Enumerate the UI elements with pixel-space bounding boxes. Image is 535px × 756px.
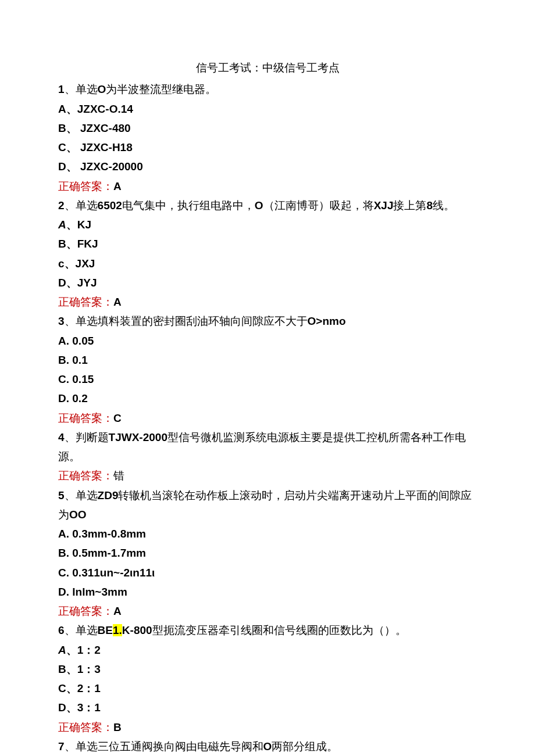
q1-c-pre: C、 bbox=[58, 141, 80, 153]
q2-c-val: JXJ bbox=[76, 257, 95, 270]
q1-type: 、单选 bbox=[65, 83, 98, 95]
q2-ans-value: A bbox=[113, 296, 122, 308]
q4-num: 4 bbox=[58, 431, 65, 443]
q2-b-val: FKJ bbox=[77, 238, 98, 250]
q6-ans-value: B bbox=[113, 721, 122, 733]
q1-a-val: JZXC-O.14 bbox=[77, 103, 133, 115]
q5-a-pre: A. bbox=[58, 528, 72, 540]
q3-ans-value: C bbox=[113, 412, 122, 424]
q3-b1: O>nmo bbox=[308, 315, 346, 327]
q2-p4: 接上第 bbox=[393, 199, 426, 212]
q5-p2: 转辙机当滚轮在动作板上滚动时，启动片尖端离开速动片上平面的间隙应为 bbox=[58, 489, 472, 521]
q4-answer: 正确答案：错 bbox=[58, 466, 477, 485]
q3-num: 3 bbox=[58, 315, 65, 327]
q2-option-b: B、FKJ bbox=[58, 234, 477, 253]
q6-option-a: A、1：2 bbox=[58, 640, 477, 660]
q5-b-val: 0.5mm-1.7mm bbox=[72, 547, 146, 559]
q5-a-val: 0.3mm-0.8mm bbox=[72, 528, 146, 540]
q6-p2: 型扼流变压器牵引线圈和信号线圈的匝数比为（）。 bbox=[152, 624, 406, 636]
q1-ans-value: A bbox=[113, 180, 122, 192]
q2-num: 2 bbox=[58, 199, 65, 212]
q2-option-d: D、JYJ bbox=[58, 273, 477, 292]
q3-a-pre: A. bbox=[58, 335, 72, 347]
q2-b3: XJJ bbox=[374, 199, 394, 212]
q5-option-b: B. 0.5mm-1.7mm bbox=[58, 543, 477, 562]
q2-answer: 正确答案：A bbox=[58, 292, 477, 311]
q4-ans-label: 正确答案： bbox=[58, 470, 113, 482]
q6-option-d: D、3：1 bbox=[58, 698, 477, 717]
q6-stem: 6、单选BE1.K-800型扼流变压器牵引线圈和信号线圈的匝数比为（）。 bbox=[58, 621, 477, 640]
q6-answer: 正确答案：B bbox=[58, 718, 477, 737]
q5-option-a: A. 0.3mm-0.8mm bbox=[58, 524, 477, 543]
q5-c-pre: C. bbox=[58, 567, 72, 579]
q5-d-val: lnlm~3mm bbox=[72, 586, 127, 598]
q5-stem: 5、单选ZD9转辙机当滚轮在动作板上滚动时，启动片尖端离开速动片上平面的间隙应为… bbox=[58, 486, 477, 525]
q6-ans-label: 正确答案： bbox=[58, 721, 113, 733]
q1-b-pre: B、 bbox=[58, 122, 80, 134]
q2-b4: 8 bbox=[426, 199, 433, 212]
q2-a-pre: 、 bbox=[66, 218, 77, 231]
q5-b2: OO bbox=[69, 508, 87, 521]
q7-stem: 7、单选三位五通阀换向阀由电磁先导阀和O两部分组成。 bbox=[58, 737, 477, 756]
q2-a-pre-i: A bbox=[58, 218, 66, 231]
q1-answer: 正确答案：A bbox=[58, 177, 477, 196]
q4-b1: TJWX-2000 bbox=[109, 431, 167, 443]
q2-ans-label: 正确答案： bbox=[58, 296, 113, 308]
q1-option-b: B、 JZXC-480 bbox=[58, 119, 477, 138]
q3-b-val: 0.1 bbox=[72, 354, 87, 366]
q1-d-val: JZXC-20000 bbox=[80, 160, 143, 173]
q1-c-val: JZXC-H18 bbox=[80, 141, 133, 153]
q4-ans-value: 错 bbox=[113, 470, 124, 482]
q4-stem: 4、判断题TJWX-2000型信号微机监测系统电源板主要是提供工控机所需各种工作… bbox=[58, 428, 477, 467]
q2-b2: O bbox=[255, 199, 263, 212]
q6-b1: BE bbox=[98, 624, 113, 636]
q2-p3: （江南博哥）吸起，将 bbox=[263, 199, 374, 212]
q6-a-val: 1：2 bbox=[77, 644, 101, 656]
q1-stem: 1、单选O为半波整流型继电器。 bbox=[58, 80, 477, 99]
q1-option-c: C、 JZXC-H18 bbox=[58, 138, 477, 157]
q4-p1: 、判断题 bbox=[65, 431, 109, 443]
q2-option-a: A、KJ bbox=[58, 215, 477, 234]
q3-c-val: 0.15 bbox=[72, 373, 94, 385]
q6-c-val: 2：1 bbox=[77, 682, 101, 694]
q1-option-d: D、 JZXC-20000 bbox=[58, 157, 477, 176]
q2-option-c: c、JXJ bbox=[58, 254, 477, 273]
q6-b2: K-800 bbox=[122, 624, 152, 636]
q3-d-pre: D. bbox=[58, 392, 72, 404]
q6-b-pre: B、 bbox=[58, 663, 77, 675]
q6-highlight: 1. bbox=[113, 624, 122, 636]
q7-num: 7 bbox=[58, 740, 65, 753]
q2-d-pre: D、 bbox=[58, 277, 77, 289]
q6-num: 6 bbox=[58, 624, 65, 636]
q3-stem: 3、单选填料装置的密封圈刮油环轴向间隙应不大于O>nmo bbox=[58, 311, 477, 331]
q3-answer: 正确答案：C bbox=[58, 409, 477, 428]
q3-option-b: B. 0.1 bbox=[58, 350, 477, 370]
q6-d-pre: D、 bbox=[58, 701, 77, 714]
q6-option-c: C、2：1 bbox=[58, 679, 477, 698]
q2-stem: 2、单选6502电气集中，执行组电路中，O（江南博哥）吸起，将XJJ接上第8线。 bbox=[58, 196, 477, 215]
q1-option-a: A、JZXC-O.14 bbox=[58, 99, 477, 119]
q2-b1: 6502 bbox=[98, 199, 122, 212]
document-page: 信号工考试：中级信号工考点 1、单选O为半波整流型继电器。 A、JZXC-O.1… bbox=[0, 0, 535, 756]
q5-ans-label: 正确答案： bbox=[58, 605, 113, 617]
q5-p1: 、单选 bbox=[65, 489, 98, 501]
q5-c-val: 0.311un~-2ιn11ι bbox=[72, 567, 155, 579]
q5-answer: 正确答案：A bbox=[58, 601, 477, 621]
q5-ans-value: A bbox=[113, 605, 122, 617]
q3-b-pre: B. bbox=[58, 354, 72, 366]
q5-option-d: D. lnlm~3mm bbox=[58, 582, 477, 601]
q2-p5: 线。 bbox=[433, 199, 455, 212]
q6-a-pre: 、 bbox=[66, 644, 77, 656]
q5-option-c: C. 0.311un~-2ιn11ι bbox=[58, 563, 477, 582]
q5-b-pre: B. bbox=[58, 547, 72, 559]
q6-p1: 、单选 bbox=[65, 624, 98, 636]
q3-option-d: D. 0.2 bbox=[58, 389, 477, 408]
q3-c-pre: C. bbox=[58, 373, 72, 385]
q3-ans-label: 正确答案： bbox=[58, 412, 113, 424]
q6-c-pre: C、 bbox=[58, 682, 77, 694]
q6-b-val: 1：3 bbox=[77, 663, 101, 675]
q1-d-pre: D、 bbox=[58, 160, 80, 173]
q7-p1: 、单选三位五通阀换向阀由电磁先导阀和 bbox=[65, 740, 263, 753]
q3-option-c: C. 0.15 bbox=[58, 370, 477, 389]
q6-option-b: B、1：3 bbox=[58, 660, 477, 679]
